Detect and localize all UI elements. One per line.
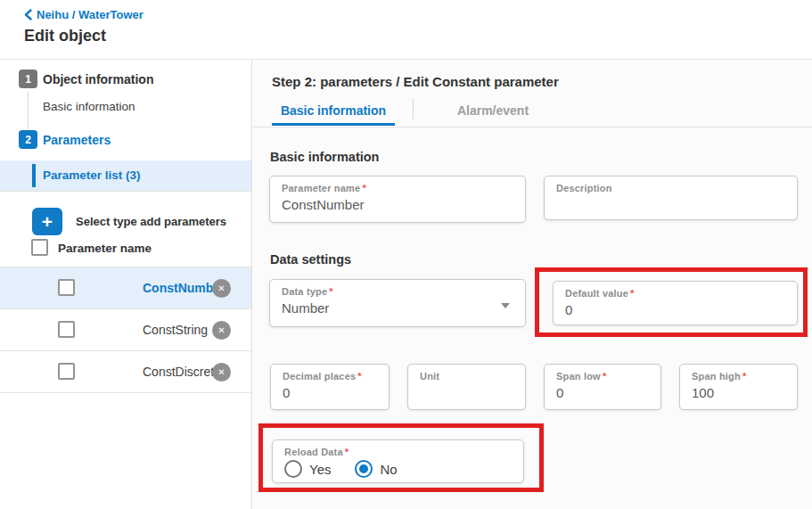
- label-text: Span low: [556, 371, 601, 382]
- sidebar-item-basic-information[interactable]: Basic information: [43, 100, 135, 113]
- breadcrumb-label: Neihu / WaterTower: [37, 8, 144, 21]
- step-2-badge: 2: [19, 130, 37, 149]
- label-text: Span high: [692, 371, 741, 382]
- sidebar-item-parameter-list[interactable]: Parameter list (3): [0, 160, 251, 191]
- field-value: 0: [565, 302, 786, 317]
- reload-data-radio-group: Yes No: [284, 460, 513, 478]
- decimal-places-field[interactable]: Decimal places* 0: [270, 364, 390, 410]
- step-tree-line: [28, 92, 29, 127]
- field-value: 100: [692, 385, 786, 400]
- row-checkbox[interactable]: [58, 279, 75, 296]
- field-label: Decimal places*: [283, 371, 378, 382]
- required-asterisk: *: [357, 371, 361, 382]
- required-asterisk: *: [630, 288, 634, 299]
- parameter-row-conststring[interactable]: ConstString ✕: [0, 309, 251, 351]
- x-glyph: ✕: [217, 283, 225, 293]
- field-value: Number: [282, 300, 514, 316]
- required-asterisk: *: [345, 447, 349, 457]
- sidebar-step-parameters[interactable]: 2 Parameters: [19, 130, 111, 149]
- field-value: 0: [556, 385, 650, 400]
- sidebar: 1 Object information Basic information 2…: [0, 61, 252, 509]
- plus-icon: +: [42, 211, 53, 233]
- required-asterisk: *: [742, 371, 746, 382]
- add-parameter-label: Select type add parameters: [76, 215, 226, 228]
- parameter-row-constdiscrete[interactable]: ConstDiscrete ✕: [0, 351, 251, 393]
- required-asterisk: *: [362, 183, 365, 193]
- chevron-left-icon: [24, 9, 32, 21]
- step-1-badge: 1: [19, 70, 37, 88]
- field-label: Span high*: [692, 371, 786, 382]
- row-checkbox[interactable]: [58, 363, 75, 380]
- tab-basic-information[interactable]: Basic information: [272, 103, 395, 118]
- field-label: Unit: [420, 371, 514, 382]
- basic-information-heading: Basic information: [270, 150, 379, 164]
- x-glyph: ✕: [217, 367, 225, 377]
- page-title: Edit object: [24, 27, 106, 45]
- add-parameter-button[interactable]: +: [32, 208, 62, 235]
- tabs-divider: [253, 127, 812, 127]
- required-asterisk: *: [603, 371, 606, 382]
- field-label: Span low*: [556, 371, 650, 382]
- parameter-name-field[interactable]: Parameter name* ConstNumber: [269, 176, 526, 223]
- step-2-label: Parameters: [43, 133, 111, 147]
- parameter-name[interactable]: ConstDiscrete: [143, 351, 221, 392]
- label-text: Description: [556, 183, 612, 193]
- field-label: Data type*: [282, 286, 514, 297]
- span-high-field[interactable]: Span high* 100: [679, 364, 798, 410]
- delete-parameter-icon[interactable]: ✕: [212, 363, 231, 382]
- data-settings-heading: Data settings: [270, 252, 351, 267]
- select-all-checkbox[interactable]: [31, 239, 48, 256]
- tab-alarm-event[interactable]: Alarm/event: [413, 103, 573, 118]
- active-tab-underline: [272, 123, 395, 126]
- description-field[interactable]: Description: [544, 176, 798, 220]
- parameter-row-constnumber[interactable]: ConstNumber ✕: [0, 267, 251, 309]
- unit-field[interactable]: Unit: [407, 364, 526, 410]
- delete-parameter-icon[interactable]: ✕: [212, 321, 231, 340]
- field-label: Description: [556, 183, 786, 193]
- page-header: Neihu / WaterTower Edit object: [0, 0, 812, 60]
- label-text: Unit: [420, 371, 439, 382]
- delete-parameter-icon[interactable]: ✕: [212, 279, 231, 298]
- field-label: Reload Data*: [284, 447, 513, 457]
- radio-no-label[interactable]: No: [380, 462, 397, 477]
- step-1-label: Object information: [43, 72, 153, 86]
- sidebar-step-object-information[interactable]: 1 Object information: [19, 70, 153, 88]
- label-text: Data type: [282, 286, 327, 297]
- radio-no[interactable]: [355, 460, 373, 478]
- field-value: 0: [283, 385, 378, 400]
- parameter-list-label: Parameter list (3): [43, 160, 141, 191]
- active-accent-bar: [32, 164, 36, 187]
- dropdown-arrow-icon: [501, 303, 510, 308]
- span-low-field[interactable]: Span low* 0: [544, 364, 661, 410]
- required-asterisk: *: [329, 286, 332, 297]
- default-value-field[interactable]: Default value* 0: [553, 281, 798, 325]
- field-label: Parameter name*: [282, 183, 514, 193]
- parameter-name[interactable]: ConstString: [143, 309, 208, 350]
- reload-data-field: Reload Data* Yes No: [272, 439, 524, 483]
- step-title: Step 2: parameters / Edit Constant param…: [272, 74, 559, 89]
- label-text: Decimal places: [283, 371, 356, 382]
- row-checkbox[interactable]: [58, 321, 75, 338]
- sidebar-divider: [0, 191, 251, 192]
- field-value: ConstNumber: [282, 197, 514, 212]
- x-glyph: ✕: [217, 325, 225, 335]
- select-all-label: Parameter name: [58, 242, 152, 255]
- label-text: Default value: [565, 288, 628, 299]
- breadcrumb[interactable]: Neihu / WaterTower: [24, 8, 144, 21]
- radio-yes-label[interactable]: Yes: [309, 462, 331, 477]
- data-type-select[interactable]: Data type* Number: [269, 279, 526, 327]
- label-text: Reload Data: [284, 447, 343, 457]
- label-text: Parameter name: [282, 183, 360, 193]
- radio-yes[interactable]: [284, 460, 302, 478]
- field-label: Default value*: [565, 288, 786, 299]
- main-panel: Step 2: parameters / Edit Constant param…: [253, 61, 812, 509]
